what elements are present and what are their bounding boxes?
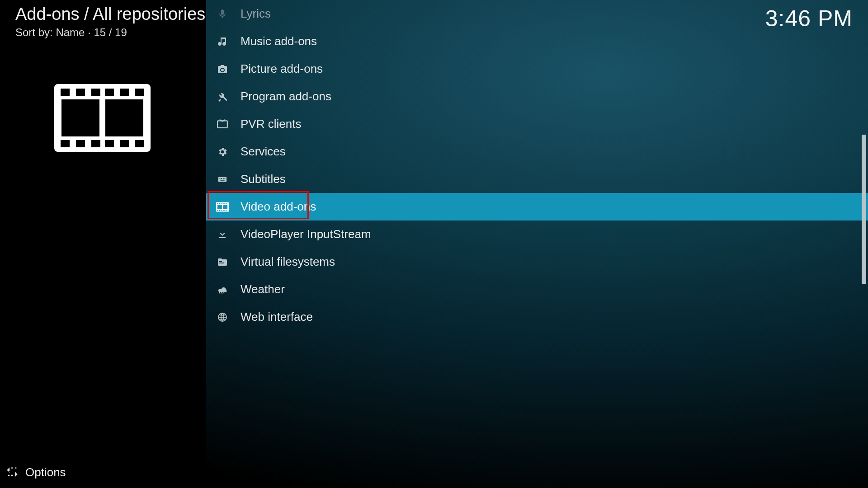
svg-rect-21 [225,178,226,179]
sort-value: Name [56,26,85,38]
download-icon [214,226,231,243]
list-item-label: Virtual filesystems [241,255,335,269]
svg-rect-11 [120,140,129,147]
svg-rect-35 [223,205,227,209]
svg-rect-16 [218,177,226,182]
svg-rect-33 [226,210,226,211]
list-item-picture-addons[interactable]: Picture add-ons [206,55,868,83]
sort-sep: · [85,26,94,38]
options-button[interactable]: Options [0,465,66,480]
list-item-program-addons[interactable]: Program add-ons [206,83,868,110]
svg-rect-8 [76,140,85,147]
sort-prefix: Sort by: [15,26,56,38]
svg-rect-13 [61,99,99,136]
svg-rect-9 [91,140,100,147]
list-item-label: Picture add-ons [241,62,323,76]
svg-rect-18 [220,178,221,179]
list-item-lyrics[interactable]: Lyrics [206,0,868,28]
list-item-label: Lyrics [241,7,271,21]
svg-rect-3 [91,89,100,96]
svg-rect-5 [120,89,129,96]
svg-rect-34 [217,205,222,209]
category-list: LyricsMusic add-onsPicture add-onsProgra… [206,0,868,331]
svg-rect-7 [61,140,70,147]
list-item-pvr-clients[interactable]: PVR clients [206,110,868,138]
gear-icon [214,144,231,160]
music-icon [214,33,231,50]
svg-rect-32 [223,210,224,211]
microphone-icon [214,6,231,22]
list-item-label: Program add-ons [241,89,331,103]
svg-rect-30 [219,210,220,211]
svg-rect-4 [105,89,114,96]
list-item-label: Web interface [241,310,313,324]
list-item-label: Music add-ons [241,34,317,48]
svg-rect-19 [221,178,222,179]
film-icon [214,199,231,215]
list-item-web-interface[interactable]: Web interface [206,303,868,331]
svg-rect-14 [105,99,143,136]
folder-icon [214,254,231,270]
list-item-label: Video add-ons [241,200,316,214]
list-item-services[interactable]: Services [206,138,868,165]
list-item-virtual-fs[interactable]: Virtual filesystems [206,248,868,276]
svg-rect-36 [219,261,222,262]
options-label: Options [25,465,66,479]
svg-rect-6 [135,89,144,96]
sort-counter: 15 / 19 [94,26,127,38]
svg-rect-10 [105,140,114,147]
svg-rect-31 [222,210,222,211]
list-item-vp-inputstream[interactable]: VideoPlayer InputStream [206,221,868,248]
list-item-label: VideoPlayer InputStream [241,227,371,241]
list-item-label: Weather [241,282,285,296]
svg-rect-12 [135,140,144,147]
scrollbar-thumb[interactable] [862,135,866,284]
svg-rect-29 [217,210,218,211]
list-item-label: Subtitles [241,172,286,186]
svg-rect-28 [226,203,226,204]
svg-rect-27 [223,203,224,204]
keyboard-icon [214,171,231,188]
breadcrumb: Add-ons / All repositories [15,5,205,24]
svg-rect-2 [76,89,85,96]
svg-rect-22 [220,179,224,180]
svg-rect-20 [223,178,224,179]
list-item-label: Services [241,145,286,159]
sidebar: Add-ons / All repositories Sort by: Name… [0,0,206,488]
list-item-music-addons[interactable]: Music add-ons [206,28,868,55]
tv-icon [214,116,231,132]
weather-icon [214,282,231,298]
film-icon [54,84,151,152]
list-item-subtitles[interactable]: Subtitles [206,165,868,193]
svg-rect-26 [222,203,222,204]
svg-rect-24 [217,203,218,204]
svg-rect-37 [219,263,224,263]
svg-rect-25 [219,203,220,204]
sort-line: Sort by: Name · 15 / 19 [15,26,127,39]
list-item-label: PVR clients [241,117,301,131]
globe-icon [214,309,231,325]
tools-icon [214,89,231,105]
svg-rect-1 [61,89,70,96]
options-icon [5,465,20,480]
list-item-video-addons[interactable]: Video add-ons [206,193,868,221]
camera-icon [214,61,231,77]
list-item-weather[interactable]: Weather [206,276,868,303]
